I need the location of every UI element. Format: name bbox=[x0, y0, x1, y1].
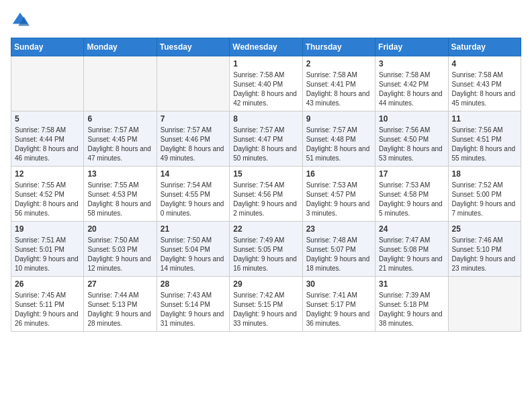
calendar-cell: 17Sunrise: 7:53 AM Sunset: 4:58 PM Dayli… bbox=[375, 167, 448, 222]
page-header bbox=[11, 11, 521, 30]
day-number: 14 bbox=[161, 169, 226, 179]
calendar-week-1: 1Sunrise: 7:58 AM Sunset: 4:40 PM Daylig… bbox=[11, 56, 521, 111]
calendar-cell: 29Sunrise: 7:42 AM Sunset: 5:15 PM Dayli… bbox=[230, 277, 302, 332]
day-content: Sunrise: 7:47 AM Sunset: 5:08 PM Dayligh… bbox=[379, 236, 444, 273]
calendar-cell: 11Sunrise: 7:56 AM Sunset: 4:51 PM Dayli… bbox=[448, 111, 521, 167]
calendar-cell: 8Sunrise: 7:57 AM Sunset: 4:47 PM Daylig… bbox=[230, 111, 302, 167]
day-number: 26 bbox=[15, 279, 80, 289]
day-content: Sunrise: 7:57 AM Sunset: 4:46 PM Dayligh… bbox=[161, 126, 226, 163]
calendar-cell bbox=[84, 56, 157, 111]
day-header-tuesday: Tuesday bbox=[157, 38, 229, 56]
day-number: 30 bbox=[306, 279, 371, 289]
day-number: 10 bbox=[379, 114, 444, 124]
day-number: 4 bbox=[452, 59, 517, 68]
day-number: 6 bbox=[87, 114, 152, 124]
calendar-cell: 20Sunrise: 7:50 AM Sunset: 5:03 PM Dayli… bbox=[84, 222, 157, 277]
day-number: 7 bbox=[161, 114, 226, 124]
day-content: Sunrise: 7:45 AM Sunset: 5:11 PM Dayligh… bbox=[15, 291, 80, 328]
day-number: 11 bbox=[452, 114, 517, 124]
day-content: Sunrise: 7:57 AM Sunset: 4:47 PM Dayligh… bbox=[233, 126, 298, 163]
day-number: 17 bbox=[379, 169, 444, 179]
day-number: 29 bbox=[233, 279, 298, 289]
day-content: Sunrise: 7:50 AM Sunset: 5:04 PM Dayligh… bbox=[161, 236, 226, 273]
day-content: Sunrise: 7:58 AM Sunset: 4:43 PM Dayligh… bbox=[452, 71, 517, 108]
day-number: 19 bbox=[15, 224, 80, 234]
day-content: Sunrise: 7:49 AM Sunset: 5:05 PM Dayligh… bbox=[233, 236, 298, 273]
calendar-cell: 28Sunrise: 7:43 AM Sunset: 5:14 PM Dayli… bbox=[157, 277, 229, 332]
day-number: 24 bbox=[379, 224, 444, 234]
calendar-cell: 25Sunrise: 7:46 AM Sunset: 5:10 PM Dayli… bbox=[448, 222, 521, 277]
day-content: Sunrise: 7:41 AM Sunset: 5:17 PM Dayligh… bbox=[306, 291, 371, 328]
day-content: Sunrise: 7:52 AM Sunset: 5:00 PM Dayligh… bbox=[452, 181, 517, 218]
logo bbox=[11, 11, 32, 30]
day-content: Sunrise: 7:58 AM Sunset: 4:40 PM Dayligh… bbox=[233, 71, 298, 108]
day-number: 12 bbox=[15, 169, 80, 179]
calendar-cell: 14Sunrise: 7:54 AM Sunset: 4:55 PM Dayli… bbox=[157, 167, 229, 222]
calendar-table: SundayMondayTuesdayWednesdayThursdayFrid… bbox=[11, 38, 521, 332]
calendar-cell: 13Sunrise: 7:55 AM Sunset: 4:53 PM Dayli… bbox=[84, 167, 157, 222]
calendar-cell: 26Sunrise: 7:45 AM Sunset: 5:11 PM Dayli… bbox=[11, 277, 84, 332]
calendar-cell bbox=[448, 277, 521, 332]
calendar-cell: 22Sunrise: 7:49 AM Sunset: 5:05 PM Dayli… bbox=[230, 222, 302, 277]
day-number: 16 bbox=[306, 169, 371, 179]
day-number: 21 bbox=[161, 224, 226, 234]
day-number: 23 bbox=[306, 224, 371, 234]
day-content: Sunrise: 7:44 AM Sunset: 5:13 PM Dayligh… bbox=[87, 291, 152, 328]
day-number: 5 bbox=[15, 114, 80, 124]
day-header-friday: Friday bbox=[375, 38, 448, 56]
calendar-cell: 18Sunrise: 7:52 AM Sunset: 5:00 PM Dayli… bbox=[448, 167, 521, 222]
calendar-cell: 4Sunrise: 7:58 AM Sunset: 4:43 PM Daylig… bbox=[448, 56, 521, 111]
calendar-cell: 27Sunrise: 7:44 AM Sunset: 5:13 PM Dayli… bbox=[84, 277, 157, 332]
day-number: 31 bbox=[379, 279, 444, 289]
calendar-cell: 7Sunrise: 7:57 AM Sunset: 4:46 PM Daylig… bbox=[157, 111, 229, 167]
calendar-cell: 16Sunrise: 7:53 AM Sunset: 4:57 PM Dayli… bbox=[302, 167, 375, 222]
day-content: Sunrise: 7:58 AM Sunset: 4:41 PM Dayligh… bbox=[306, 71, 371, 108]
day-number: 18 bbox=[452, 169, 517, 179]
day-number: 8 bbox=[233, 114, 298, 124]
calendar-week-3: 12Sunrise: 7:55 AM Sunset: 4:52 PM Dayli… bbox=[11, 167, 521, 222]
calendar-cell: 2Sunrise: 7:58 AM Sunset: 4:41 PM Daylig… bbox=[302, 56, 375, 111]
day-header-wednesday: Wednesday bbox=[230, 38, 302, 56]
calendar-week-5: 26Sunrise: 7:45 AM Sunset: 5:11 PM Dayli… bbox=[11, 277, 521, 332]
calendar-cell: 19Sunrise: 7:51 AM Sunset: 5:01 PM Dayli… bbox=[11, 222, 84, 277]
day-content: Sunrise: 7:54 AM Sunset: 4:56 PM Dayligh… bbox=[233, 181, 298, 218]
day-content: Sunrise: 7:54 AM Sunset: 4:55 PM Dayligh… bbox=[161, 181, 226, 218]
day-number: 9 bbox=[306, 114, 371, 124]
day-number: 28 bbox=[161, 279, 226, 289]
calendar-cell bbox=[11, 56, 84, 111]
calendar-header-row: SundayMondayTuesdayWednesdayThursdayFrid… bbox=[11, 38, 521, 56]
day-content: Sunrise: 7:56 AM Sunset: 4:50 PM Dayligh… bbox=[379, 126, 444, 163]
calendar-cell: 23Sunrise: 7:48 AM Sunset: 5:07 PM Dayli… bbox=[302, 222, 375, 277]
logo-icon bbox=[11, 11, 30, 30]
calendar-cell: 15Sunrise: 7:54 AM Sunset: 4:56 PM Dayli… bbox=[230, 167, 302, 222]
day-content: Sunrise: 7:57 AM Sunset: 4:48 PM Dayligh… bbox=[306, 126, 371, 163]
day-content: Sunrise: 7:58 AM Sunset: 4:44 PM Dayligh… bbox=[15, 126, 80, 163]
day-content: Sunrise: 7:50 AM Sunset: 5:03 PM Dayligh… bbox=[87, 236, 152, 273]
day-number: 27 bbox=[87, 279, 152, 289]
day-header-monday: Monday bbox=[84, 38, 157, 56]
calendar-cell: 31Sunrise: 7:39 AM Sunset: 5:18 PM Dayli… bbox=[375, 277, 448, 332]
calendar-cell: 1Sunrise: 7:58 AM Sunset: 4:40 PM Daylig… bbox=[230, 56, 302, 111]
calendar-cell: 30Sunrise: 7:41 AM Sunset: 5:17 PM Dayli… bbox=[302, 277, 375, 332]
day-content: Sunrise: 7:53 AM Sunset: 4:58 PM Dayligh… bbox=[379, 181, 444, 218]
calendar-week-2: 5Sunrise: 7:58 AM Sunset: 4:44 PM Daylig… bbox=[11, 111, 521, 167]
day-content: Sunrise: 7:43 AM Sunset: 5:14 PM Dayligh… bbox=[161, 291, 226, 328]
day-number: 25 bbox=[452, 224, 517, 234]
calendar-cell bbox=[157, 56, 229, 111]
day-content: Sunrise: 7:58 AM Sunset: 4:42 PM Dayligh… bbox=[379, 71, 444, 108]
day-number: 13 bbox=[87, 169, 152, 179]
day-content: Sunrise: 7:39 AM Sunset: 5:18 PM Dayligh… bbox=[379, 291, 444, 328]
calendar-week-4: 19Sunrise: 7:51 AM Sunset: 5:01 PM Dayli… bbox=[11, 222, 521, 277]
calendar-cell: 9Sunrise: 7:57 AM Sunset: 4:48 PM Daylig… bbox=[302, 111, 375, 167]
calendar-cell: 12Sunrise: 7:55 AM Sunset: 4:52 PM Dayli… bbox=[11, 167, 84, 222]
day-number: 3 bbox=[379, 59, 444, 68]
day-header-thursday: Thursday bbox=[302, 38, 375, 56]
day-content: Sunrise: 7:56 AM Sunset: 4:51 PM Dayligh… bbox=[452, 126, 517, 163]
day-content: Sunrise: 7:55 AM Sunset: 4:52 PM Dayligh… bbox=[15, 181, 80, 218]
day-content: Sunrise: 7:53 AM Sunset: 4:57 PM Dayligh… bbox=[306, 181, 371, 218]
day-content: Sunrise: 7:46 AM Sunset: 5:10 PM Dayligh… bbox=[452, 236, 517, 273]
calendar-cell: 10Sunrise: 7:56 AM Sunset: 4:50 PM Dayli… bbox=[375, 111, 448, 167]
day-number: 2 bbox=[306, 59, 371, 68]
calendar-cell: 21Sunrise: 7:50 AM Sunset: 5:04 PM Dayli… bbox=[157, 222, 229, 277]
day-number: 20 bbox=[87, 224, 152, 234]
